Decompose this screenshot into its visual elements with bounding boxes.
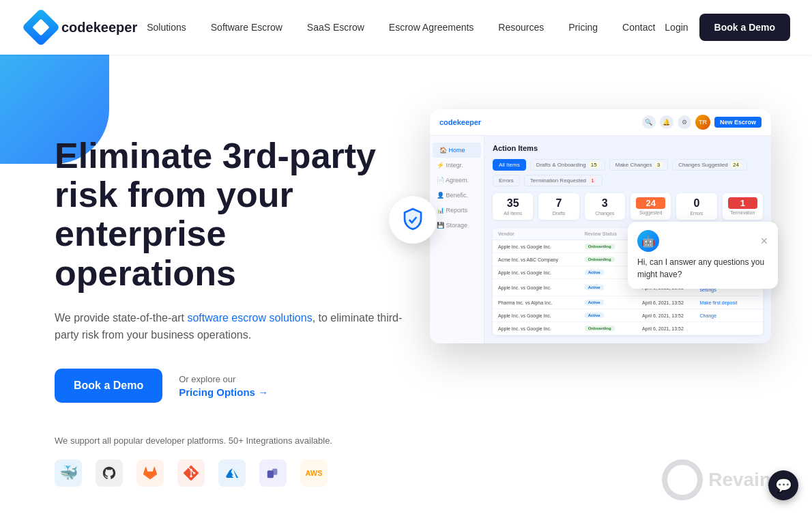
sidebar-item-reports[interactable]: 📊 Reports	[430, 203, 484, 218]
pricing-options-link[interactable]: Pricing Options →	[179, 386, 268, 398]
tab-all-items[interactable]: All Items	[493, 159, 526, 171]
hero-section: Eliminate 3rd-party risk from your enter…	[0, 55, 812, 514]
revain-text: Revain	[708, 469, 771, 491]
sidebar-item-agreements[interactable]: 📄 Agreem.	[430, 173, 484, 188]
stat-changes-label: Changes	[590, 211, 620, 216]
td-vendor: Apple Inc. vs Google Inc.	[498, 270, 585, 275]
stat-changes: 3 Changes	[585, 193, 625, 220]
new-escrow-button[interactable]: New Escrow	[714, 117, 762, 128]
close-chat-button[interactable]: ✕	[760, 235, 768, 246]
user-avatar[interactable]: TR	[695, 115, 710, 130]
sidebar-item-home[interactable]: 🏠 Home	[433, 143, 481, 158]
chat-widget-button[interactable]: 💬	[768, 470, 798, 500]
stat-errors: 0 Errors	[676, 193, 716, 220]
revain-watermark: Revain	[662, 459, 771, 500]
teams-icon	[259, 459, 287, 487]
td-updated: April 6, 2021, 13:52	[642, 300, 699, 305]
hero-cta-row: Book a Demo Or explore our Pricing Optio…	[55, 369, 409, 403]
stat-all-label: All Items	[498, 211, 527, 216]
git-icon	[177, 459, 205, 487]
book-demo-nav-button[interactable]: Book a Demo	[699, 14, 790, 41]
td-vendor: Pharma Inc. vs Alpha Inc.	[498, 300, 585, 305]
nav-contact[interactable]: Contact	[613, 16, 665, 38]
table-row: Apple Inc. vs Google Inc. Active April 6…	[493, 309, 763, 322]
nav-resources[interactable]: Resources	[489, 16, 553, 38]
dashboard-topbar: codekeeper 🔍 🔔 ⚙ TR New Escrow	[430, 109, 771, 136]
stat-suggested: 24 Suggested	[630, 193, 671, 220]
nav-saas-escrow[interactable]: SaaS Escrow	[298, 16, 374, 38]
table-row: Pharma Inc. vs Alpha Inc. Active April 6…	[493, 296, 763, 309]
td-action: Change	[700, 313, 757, 318]
dashboard-top-icons: 🔍 🔔 ⚙ TR New Escrow	[642, 115, 762, 130]
explore-prefix: Or explore our	[179, 374, 235, 384]
tab-termination[interactable]: Termination Requested 1	[524, 175, 603, 186]
docker-icon: 🐳	[55, 459, 82, 487]
gitlab-icon	[136, 459, 164, 487]
nav-pricing[interactable]: Pricing	[559, 16, 607, 38]
hero-subtitle: We provide state-of-the-art software esc…	[55, 309, 409, 344]
sidebar-item-integrations[interactable]: ⚡ Integr.	[430, 158, 484, 173]
hero-right: codekeeper 🔍 🔔 ⚙ TR New Escrow 🏠 Home ⚡ …	[409, 96, 771, 343]
nav-software-escrow[interactable]: Software Escrow	[201, 16, 292, 38]
dashboard-section-title: Action Items	[493, 144, 763, 152]
logo-link[interactable]: codekeeper	[27, 14, 137, 41]
sidebar-item-beneficiary[interactable]: 👤 Benefic.	[430, 188, 484, 203]
stat-all-num: 35	[498, 197, 527, 210]
aws-icon: AWS	[300, 459, 328, 487]
tab-make-changes[interactable]: Make Changes 3	[609, 159, 668, 171]
hero-left: Eliminate 3rd-party risk from your enter…	[55, 96, 409, 487]
stat-suggested-num: 24	[636, 197, 665, 209]
td-action: Make first deposit	[700, 300, 757, 305]
td-status: Onboarding	[585, 326, 642, 331]
td-vendor: Apple Inc. vs Google Inc.	[498, 244, 585, 249]
navbar: codekeeper Solutions Software Escrow Saa…	[0, 0, 812, 55]
login-link[interactable]: Login	[665, 22, 688, 33]
azure-icon	[218, 459, 246, 487]
logo-diamond-icon	[22, 8, 61, 47]
tab-errors[interactable]: Errors	[493, 175, 520, 186]
shield-overlay	[389, 196, 437, 244]
integration-icons: 🐳 AWS	[55, 459, 409, 487]
subtitle-start: We provide state-of-the-art	[55, 312, 187, 324]
td-vendor: Apple Inc. vs Google Inc.	[498, 313, 585, 318]
nav-solutions[interactable]: Solutions	[137, 16, 196, 38]
bot-header: 🤖 ✕	[637, 230, 768, 252]
nav-right: Login Book a Demo	[665, 14, 790, 41]
stats-row: 35 All Items 7 Drafts 3 Changes 24	[493, 193, 763, 220]
gear-icon[interactable]: ⚙	[678, 115, 691, 129]
bell-icon[interactable]: 🔔	[660, 115, 673, 129]
td-status: Active	[585, 313, 642, 318]
stat-errors-num: 0	[682, 197, 711, 210]
stat-changes-num: 3	[590, 197, 620, 210]
sidebar-item-storage[interactable]: 💾 Storage	[430, 218, 484, 233]
stat-drafts-num: 7	[544, 197, 573, 210]
td-status: Active	[585, 300, 642, 305]
book-demo-hero-button[interactable]: Book a Demo	[55, 369, 162, 403]
github-icon	[96, 459, 123, 487]
search-icon[interactable]: 🔍	[642, 115, 656, 129]
revain-circle	[662, 459, 703, 500]
td-vendor: Apple Inc. vs Google Inc.	[498, 285, 585, 290]
stat-errors-label: Errors	[682, 211, 711, 216]
tab-changes-suggested[interactable]: Changes Suggested 24	[672, 159, 747, 171]
stat-term-label: Termination	[728, 210, 757, 215]
logo-text: codekeeper	[61, 20, 137, 35]
hero-title: Eliminate 3rd-party risk from your enter…	[55, 137, 409, 293]
stat-drafts-label: Drafts	[544, 211, 573, 216]
td-vendor: Acme Inc. vs ABC Company	[498, 257, 585, 262]
integrations-text: We support all popular developer platfor…	[55, 436, 409, 446]
dashboard-logo: codekeeper	[439, 118, 481, 126]
stat-all-items: 35 All Items	[493, 193, 533, 220]
nav-escrow-agreements[interactable]: Escrow Agreements	[379, 16, 484, 38]
subtitle-link[interactable]: software escrow solutions	[187, 312, 312, 324]
chat-bot-overlay: 🤖 ✕ Hi, can I answer any questions you m…	[628, 222, 778, 289]
tab-drafts[interactable]: Drafts & Onboarding 15	[530, 159, 605, 171]
dashboard-sidebar: 🏠 Home ⚡ Integr. 📄 Agreem. 👤 Benefic. 📊 …	[430, 136, 484, 343]
svg-rect-1	[272, 469, 277, 475]
bot-avatar: 🤖	[637, 230, 659, 252]
explore-section: Or explore our Pricing Options →	[179, 373, 268, 398]
td-updated: April 6, 2021, 13:52	[642, 326, 699, 331]
logo-diamond-inner	[32, 18, 49, 35]
stat-drafts: 7 Drafts	[538, 193, 579, 220]
th-vendor: Vendor	[498, 231, 585, 236]
